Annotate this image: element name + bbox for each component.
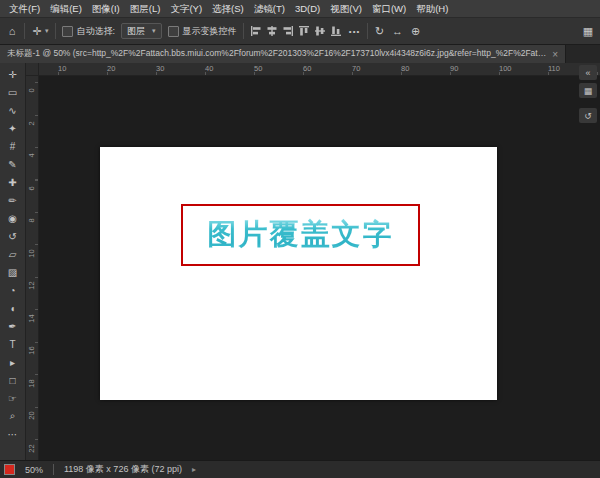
horizontal-ruler[interactable]: 10 20 30 40 50 60 70 80 90 100 110 [39, 63, 600, 76]
brush-tool[interactable]: ✏ [1, 191, 25, 209]
ruler-number: 22 [26, 440, 38, 461]
tool-icon: ◖ [9, 303, 15, 314]
menu-filter[interactable]: 滤镜(T) [249, 0, 290, 18]
ruler-number: 80 [401, 63, 450, 75]
tool-icon: ✏ [8, 195, 16, 206]
tool-icon: ▱ [9, 249, 17, 260]
hand-tool[interactable]: ☞ [1, 389, 25, 407]
foreground-color-swatch[interactable] [4, 464, 15, 475]
ruler-number: 18 [26, 375, 38, 408]
gradient-tool[interactable]: ▨ [1, 263, 25, 281]
menu-layer[interactable]: 图层(L) [125, 0, 166, 18]
tool-icon: □ [9, 375, 15, 386]
canvas-pasteboard[interactable]: 图片覆盖文字 [39, 76, 600, 460]
auto-select-target-dropdown[interactable]: 图层 ▾ [121, 23, 162, 39]
spot-healing-brush-tool[interactable]: ✚ [1, 173, 25, 191]
auto-select-checkbox[interactable]: 自动选择: [62, 25, 116, 38]
rectangular-marquee-tool[interactable]: ▭ [1, 83, 25, 101]
home-icon[interactable]: ⌂ [6, 25, 18, 37]
align-bottom-edges-icon[interactable] [330, 25, 343, 38]
auto-select-label: 自动选择: [77, 25, 116, 38]
swatches-panel-icon[interactable]: ▦ [579, 83, 597, 98]
eyedropper-tool[interactable]: ✎ [1, 155, 25, 173]
document-canvas[interactable]: 图片覆盖文字 [100, 147, 497, 400]
ruler-number: 70 [352, 63, 401, 75]
align-right-edges-icon[interactable] [282, 25, 295, 38]
tool-icon: ◉ [8, 213, 17, 224]
menu-select[interactable]: 选择(S) [207, 0, 249, 18]
rectangle-tool[interactable]: □ [1, 371, 25, 389]
move-tool-icon: ✛ [31, 25, 43, 38]
path-selection-tool[interactable]: ▸ [1, 353, 25, 371]
menu-edit[interactable]: 编辑(E) [45, 0, 87, 18]
menu-image[interactable]: 图像(I) [87, 0, 125, 18]
tool-icon: ⌕ [10, 410, 16, 422]
3d-dolly-icon[interactable]: ⊕ [410, 25, 422, 38]
divider [367, 23, 368, 39]
close-tab-icon[interactable]: × [552, 49, 558, 60]
tool-icon: ▭ [8, 87, 17, 98]
menu-help[interactable]: 帮助(H) [411, 0, 453, 18]
menu-file[interactable]: 文件(F) [4, 0, 45, 18]
ruler-number: 0 [26, 82, 38, 115]
ruler-number: 30 [156, 63, 205, 75]
ruler-number: 100 [499, 63, 548, 75]
divider [53, 464, 54, 475]
photoshop-window: 文件(F) 编辑(E) 图像(I) 图层(L) 文字(Y) 选择(S) 滤镜(T… [0, 0, 600, 478]
tool-icon: ✚ [8, 177, 16, 188]
zoom-level-field[interactable]: 50% [25, 465, 43, 475]
3d-orbit-icon[interactable]: ↻ [374, 25, 386, 38]
chevron-down-icon: ▾ [152, 27, 156, 35]
show-transform-label: 显示变换控件 [183, 25, 237, 38]
menu-window[interactable]: 窗口(W) [367, 0, 411, 18]
tools-panel: ✛ ▭ ∿ ✦ # ✎ ✚ [0, 63, 26, 460]
horizontal-type-tool[interactable]: T [1, 335, 25, 353]
eraser-tool[interactable]: ▱ [1, 245, 25, 263]
3d-pan-icon[interactable]: ↔ [392, 25, 404, 37]
edit-toolbar[interactable]: ⋯ [1, 425, 25, 443]
status-bar: 50% 1198 像素 x 726 像素 (72 ppi) ▸ [0, 460, 600, 478]
menu-type[interactable]: 文字(Y) [165, 0, 207, 18]
tool-preset-picker[interactable]: ✛ ▾ [31, 25, 49, 38]
workspace-switcher-icon[interactable]: ▦ [582, 25, 594, 38]
tool-icon: # [10, 141, 16, 152]
history-brush-tool[interactable]: ↺ [1, 227, 25, 245]
align-horizontal-centers-icon[interactable] [266, 25, 279, 38]
tool-icon: ✛ [8, 69, 16, 80]
ruler-number: 20 [26, 407, 38, 440]
menu-3d[interactable]: 3D(D) [290, 0, 325, 18]
quick-selection-tool[interactable]: ✦ [1, 119, 25, 137]
clone-stamp-tool[interactable]: ◉ [1, 209, 25, 227]
vertical-ruler[interactable]: 0 2 4 6 8 10 12 14 16 18 20 22 [26, 76, 39, 460]
blur-tool[interactable]: ◔ [1, 281, 25, 299]
document-tab[interactable]: 未标题-1 @ 50% (src=http_%2F%2Fattach.bbs.m… [0, 45, 566, 63]
tool-icon: ☞ [8, 393, 17, 404]
dodge-tool[interactable]: ◖ [1, 299, 25, 317]
zoom-tool[interactable]: ⌕ [1, 407, 25, 425]
auto-select-target-value: 图层 [127, 25, 145, 38]
document-tab-title: 未标题-1 @ 50% (src=http_%2F%2Fattach.bbs.m… [7, 48, 546, 60]
status-chevron-icon[interactable]: ▸ [192, 465, 196, 474]
expand-panels-icon[interactable]: « [579, 65, 597, 80]
tool-icon: ✦ [8, 123, 16, 134]
pen-tool[interactable]: ✒ [1, 317, 25, 335]
ruler-number: 50 [254, 63, 303, 75]
more-options-icon[interactable]: ••• [349, 27, 361, 36]
align-top-edges-icon[interactable] [298, 25, 311, 38]
history-panel-icon[interactable]: ↺ [579, 108, 597, 123]
tool-icon: ◔ [9, 285, 15, 296]
move-tool[interactable]: ✛ [1, 65, 25, 83]
show-transform-checkbox[interactable]: 显示变换控件 [168, 25, 237, 38]
tool-icon: T [9, 339, 15, 350]
tool-icon: ▨ [8, 267, 17, 278]
menu-view[interactable]: 视图(V) [325, 0, 367, 18]
ruler-corner [26, 63, 39, 76]
align-vertical-centers-icon[interactable] [314, 25, 327, 38]
tool-icon: ✒ [8, 321, 16, 332]
ruler-number: 6 [26, 180, 38, 213]
crop-tool[interactable]: # [1, 137, 25, 155]
lasso-tool[interactable]: ∿ [1, 101, 25, 119]
ruler-number: 16 [26, 342, 38, 375]
align-left-edges-icon[interactable] [250, 25, 263, 38]
tab-bar: 未标题-1 @ 50% (src=http_%2F%2Fattach.bbs.m… [0, 45, 600, 63]
